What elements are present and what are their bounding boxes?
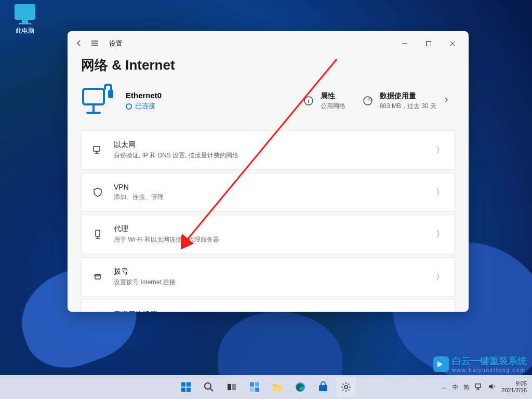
item-title: 以太网 bbox=[114, 140, 238, 150]
item-title: 代理 bbox=[114, 224, 219, 234]
back-button[interactable] bbox=[75, 39, 83, 49]
item-ethernet[interactable]: 以太网 身份验证, IP 和 DNS 设置, 按流量计费的网络 〉 bbox=[81, 130, 455, 170]
svg-rect-6 bbox=[96, 230, 100, 236]
svg-rect-23 bbox=[319, 385, 327, 391]
proxy-icon bbox=[92, 229, 103, 240]
settings-window: 设置 网络 & Internet bbox=[68, 31, 469, 312]
desktop: 此电脑 设置 bbox=[0, 0, 532, 399]
svg-rect-10 bbox=[181, 382, 185, 387]
desktop-icon-this-pc[interactable]: 此电脑 bbox=[6, 2, 44, 35]
network-tray-icon[interactable] bbox=[474, 382, 483, 392]
item-dialup[interactable]: 拨号 设置拨号 Internet 连接 〉 bbox=[81, 257, 455, 297]
ime-layout[interactable]: 简 bbox=[463, 383, 469, 391]
clock-date: 2021/7/16 bbox=[501, 387, 527, 394]
item-title: 高级网络设置 bbox=[114, 310, 157, 312]
titlebar: 设置 bbox=[68, 31, 469, 56]
connection-name: Ethernet0 bbox=[126, 91, 209, 100]
clock-time: 9:05 bbox=[501, 380, 527, 387]
item-proxy[interactable]: 代理 用于 Wi-Fi 和以太网连接的代理服务器 〉 bbox=[81, 215, 455, 254]
close-button[interactable] bbox=[441, 33, 464, 54]
svg-rect-15 bbox=[228, 384, 231, 390]
watermark-icon bbox=[433, 356, 449, 372]
start-button[interactable] bbox=[176, 377, 196, 397]
chevron-right-icon: 〉 bbox=[436, 145, 444, 156]
svg-rect-16 bbox=[232, 384, 236, 390]
settings-list: 以太网 身份验证, IP 和 DNS 设置, 按流量计费的网络 〉 VPN 添加… bbox=[81, 130, 455, 312]
watermark-line1: 白云一键重装系统 bbox=[452, 355, 527, 367]
chevron-right-icon: 〉 bbox=[436, 272, 444, 283]
item-title: 拨号 bbox=[114, 267, 176, 276]
volume-tray-icon[interactable] bbox=[488, 382, 496, 392]
store-button[interactable] bbox=[313, 377, 333, 397]
search-button[interactable] bbox=[199, 377, 219, 397]
item-vpn[interactable]: VPN 添加、连接、管理 〉 bbox=[81, 173, 455, 211]
svg-rect-21 bbox=[273, 386, 282, 391]
window-title: 设置 bbox=[109, 39, 123, 48]
svg-point-24 bbox=[344, 385, 348, 389]
svg-rect-11 bbox=[187, 382, 191, 387]
info-icon bbox=[303, 95, 314, 107]
advanced-icon bbox=[92, 310, 103, 312]
minimize-button[interactable] bbox=[393, 33, 417, 54]
dialup-icon bbox=[92, 272, 103, 282]
maximize-button[interactable] bbox=[417, 33, 441, 54]
svg-rect-19 bbox=[250, 388, 254, 392]
svg-rect-5 bbox=[94, 147, 100, 151]
settings-taskbar-button[interactable] bbox=[336, 377, 356, 397]
item-advanced[interactable]: 高级网络设置 bbox=[81, 300, 455, 312]
data-usage-title: 数据使用量 bbox=[380, 91, 436, 101]
data-usage-icon bbox=[362, 95, 374, 107]
tray-chevron-icon[interactable]: ︿ bbox=[441, 383, 447, 392]
item-subtitle: 设置拨号 Internet 连接 bbox=[114, 278, 176, 287]
svg-rect-0 bbox=[427, 42, 431, 46]
data-usage-subtitle: 863 MB，过去 30 天 bbox=[380, 102, 436, 111]
properties-chip[interactable]: 属性 公用网络 bbox=[303, 91, 351, 111]
globe-icon bbox=[126, 103, 132, 110]
explorer-button[interactable] bbox=[268, 377, 287, 397]
ethernet-icon bbox=[92, 145, 103, 155]
svg-rect-20 bbox=[255, 388, 259, 392]
svg-rect-2 bbox=[108, 90, 113, 98]
connection-status: 已连接 bbox=[135, 102, 155, 111]
properties-subtitle: 公用网络 bbox=[321, 102, 345, 111]
chevron-right-icon: 〉 bbox=[436, 229, 444, 240]
svg-rect-17 bbox=[250, 382, 254, 387]
ime-language[interactable]: 中 bbox=[453, 383, 458, 391]
item-subtitle: 添加、连接、管理 bbox=[114, 193, 164, 202]
svg-rect-18 bbox=[255, 382, 259, 387]
data-usage-chip[interactable]: 数据使用量 863 MB，过去 30 天 bbox=[362, 91, 455, 111]
shield-icon bbox=[92, 187, 103, 197]
svg-point-14 bbox=[205, 383, 211, 389]
svg-rect-13 bbox=[187, 388, 191, 392]
svg-rect-25 bbox=[475, 384, 481, 388]
item-subtitle: 用于 Wi-Fi 和以太网连接的代理服务器 bbox=[114, 235, 219, 244]
chevron-right-icon: 〉 bbox=[436, 187, 444, 198]
watermark-line2: www.baiyunxitong.com bbox=[452, 367, 527, 373]
properties-title: 属性 bbox=[321, 91, 345, 101]
svg-rect-1 bbox=[83, 89, 104, 104]
item-subtitle: 身份验证, IP 和 DNS 设置, 按流量计费的网络 bbox=[114, 151, 238, 160]
svg-rect-7 bbox=[95, 276, 100, 279]
widgets-button[interactable] bbox=[245, 377, 264, 397]
watermark: 白云一键重装系统 www.baiyunxitong.com bbox=[433, 355, 527, 373]
menu-button[interactable] bbox=[90, 39, 99, 49]
taskbar: ︿ 中 简 9:05 2021/7/16 bbox=[0, 375, 532, 399]
network-computer-icon bbox=[81, 84, 114, 118]
network-status-row: Ethernet0 已连接 属性 公用网络 bbox=[81, 84, 455, 118]
svg-rect-12 bbox=[181, 388, 185, 392]
task-view-button[interactable] bbox=[222, 377, 242, 397]
chevron-right-icon bbox=[443, 96, 450, 105]
desktop-icon-label: 此电脑 bbox=[6, 26, 44, 35]
page-title: 网络 & Internet bbox=[81, 56, 455, 74]
item-title: VPN bbox=[114, 183, 164, 191]
connection-block: Ethernet0 已连接 bbox=[126, 91, 209, 111]
edge-button[interactable] bbox=[290, 377, 310, 397]
settings-page: 网络 & Internet Ethernet0 已连接 bbox=[68, 56, 469, 312]
taskbar-clock[interactable]: 9:05 2021/7/16 bbox=[501, 380, 527, 394]
